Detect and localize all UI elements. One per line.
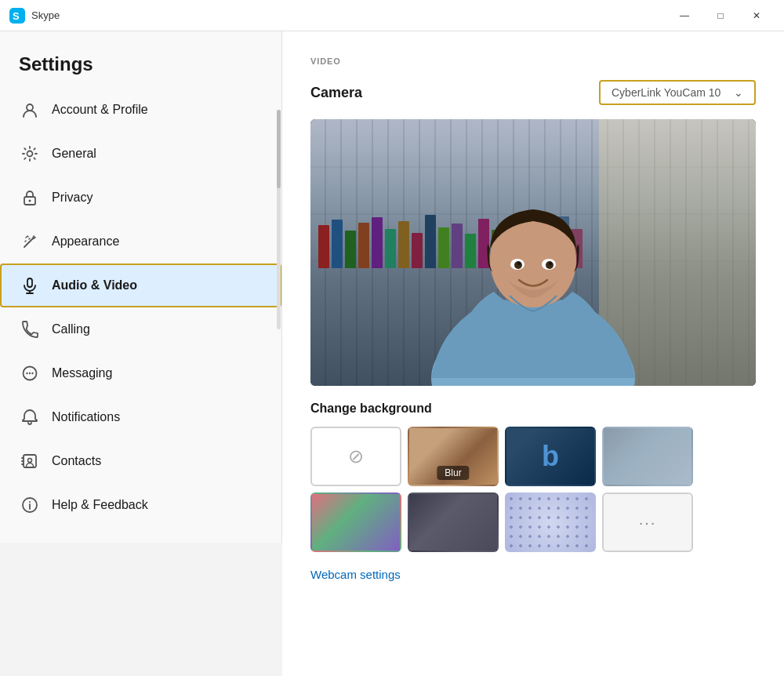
svg-rect-14 xyxy=(24,455,36,467)
gear-icon xyxy=(20,144,39,163)
sidebar-label-audio-video: Audio & Video xyxy=(52,278,137,293)
sidebar-item-appearance[interactable]: Appearance xyxy=(0,220,281,263)
background-bing[interactable]: b xyxy=(505,427,596,486)
svg-point-21 xyxy=(29,501,31,503)
person-icon xyxy=(20,100,39,119)
svg-point-11 xyxy=(26,373,27,374)
sidebar-label-contacts: Contacts xyxy=(52,454,101,468)
lock-icon xyxy=(20,188,39,207)
camera-select-value: CyberLink YouCam 10 xyxy=(612,86,720,99)
sidebar-header: Settings xyxy=(0,31,281,88)
sidebar-item-messaging[interactable]: Messaging xyxy=(0,351,281,395)
sidebar-title: Settings xyxy=(19,53,263,75)
change-background-label: Change background xyxy=(310,402,756,416)
video-preview xyxy=(310,119,756,386)
sidebar-scrollbar-thumb xyxy=(277,110,281,188)
svg-point-18 xyxy=(28,459,32,463)
none-icon: ⊘ xyxy=(348,445,364,467)
sidebar-item-privacy[interactable]: Privacy xyxy=(0,176,281,220)
wand-icon xyxy=(20,232,39,251)
background-more[interactable]: ··· xyxy=(602,492,693,552)
svg-text:S: S xyxy=(13,10,20,22)
background-office[interactable] xyxy=(602,427,693,486)
svg-point-2 xyxy=(27,104,33,111)
svg-point-5 xyxy=(29,200,31,202)
background-grid: ⊘ Blur b ··· xyxy=(310,427,756,552)
background-row-2: ··· xyxy=(310,492,756,552)
main-content: VIDEO Camera CyberLink YouCam 10 ⌄ xyxy=(282,31,784,676)
sidebar-label-appearance: Appearance xyxy=(52,234,119,249)
background-row-1: ⊘ Blur b xyxy=(310,427,756,486)
section-label: VIDEO xyxy=(310,56,756,66)
sidebar-item-notifications[interactable]: Notifications xyxy=(0,395,281,439)
sidebar-item-calling[interactable]: Calling xyxy=(0,307,281,351)
camera-row: Camera CyberLink YouCam 10 ⌄ xyxy=(310,80,756,105)
phone-icon xyxy=(20,320,39,339)
sidebar-scrollbar[interactable] xyxy=(277,110,281,329)
background-none[interactable]: ⊘ xyxy=(310,427,401,486)
sidebar-wrapper: Settings Account & Profile xyxy=(0,31,282,676)
sidebar-item-contacts[interactable]: Contacts xyxy=(0,439,281,483)
webcam-settings-link[interactable]: Webcam settings xyxy=(310,568,401,581)
app-body: Settings Account & Profile xyxy=(0,31,784,676)
video-scene xyxy=(310,119,756,386)
sidebar: Settings Account & Profile xyxy=(0,31,282,543)
sidebar-label-calling: Calling xyxy=(52,322,90,336)
sidebar-item-help[interactable]: Help & Feedback xyxy=(0,483,281,527)
svg-point-29 xyxy=(517,262,521,265)
chat-icon xyxy=(20,364,39,383)
more-icon: ··· xyxy=(639,514,657,532)
person-figure xyxy=(384,151,682,386)
sidebar-item-general[interactable]: General xyxy=(0,132,281,176)
sidebar-item-account[interactable]: Account & Profile xyxy=(0,88,281,132)
sidebar-label-account: Account & Profile xyxy=(52,103,148,117)
camera-label: Camera xyxy=(310,85,362,101)
app-logo: S Skype xyxy=(9,8,60,24)
blur-label: Blur xyxy=(437,466,469,480)
info-icon xyxy=(20,496,39,514)
close-button[interactable]: ✕ xyxy=(739,0,775,31)
background-dots[interactable] xyxy=(505,492,596,552)
chevron-down-icon: ⌄ xyxy=(734,86,743,99)
sidebar-label-notifications: Notifications xyxy=(52,410,120,424)
svg-point-12 xyxy=(29,373,31,374)
sidebar-label-help: Help & Feedback xyxy=(52,498,148,512)
svg-point-13 xyxy=(31,373,33,374)
microphone-icon xyxy=(20,276,39,295)
bell-icon xyxy=(20,408,39,427)
bing-letter: b xyxy=(542,440,559,473)
maximize-button[interactable]: □ xyxy=(702,0,739,31)
background-blur[interactable]: Blur xyxy=(408,427,499,486)
background-colorful[interactable] xyxy=(310,492,401,552)
svg-point-3 xyxy=(27,151,33,157)
svg-rect-7 xyxy=(27,278,32,287)
sidebar-label-messaging: Messaging xyxy=(52,366,112,380)
camera-select[interactable]: CyberLink YouCam 10 ⌄ xyxy=(599,80,756,105)
titlebar: S Skype — □ ✕ xyxy=(0,0,784,31)
svg-point-30 xyxy=(549,262,552,265)
sidebar-label-privacy: Privacy xyxy=(52,191,93,205)
app-title: Skype xyxy=(31,9,60,21)
window-controls: — □ ✕ xyxy=(666,0,775,31)
sidebar-label-general: General xyxy=(52,147,96,161)
contacts-icon xyxy=(20,452,39,471)
sidebar-item-audio-video[interactable]: Audio & Video xyxy=(0,263,281,307)
background-picture[interactable] xyxy=(408,492,499,552)
dots-overlay xyxy=(506,494,594,551)
minimize-button[interactable]: — xyxy=(666,0,702,31)
